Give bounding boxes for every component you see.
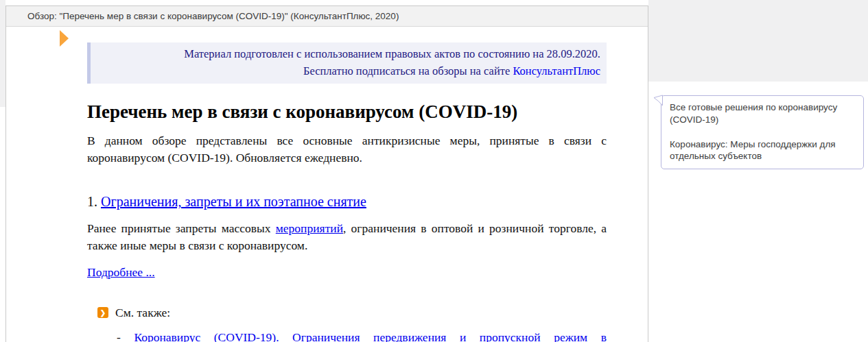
meropriyatiy-link[interactable]: мероприятий: [276, 221, 343, 235]
left-backdrop: [0, 0, 5, 107]
notice-line-2: Бесплатно подписаться на обзоры на сайте…: [91, 63, 600, 80]
window-title: Обзор: "Перечень мер в связи с коронавир…: [27, 11, 399, 21]
current-position-marker-icon: [60, 30, 69, 47]
tooltip-gap: [670, 126, 855, 138]
more-link[interactable]: Подробнее ...: [87, 265, 155, 279]
consultantplus-link[interactable]: КонсультантПлюс: [513, 64, 600, 77]
chevron-glyph: ❯: [100, 309, 106, 317]
section-1-number: 1.: [87, 194, 101, 209]
see-also-item-link[interactable]: Коронавирус (COVID-19). Ограничения пере…: [134, 330, 607, 342]
tooltip-tail-icon: [653, 95, 663, 107]
document-body: Материал подготовлен с использованием пр…: [6, 42, 648, 342]
page: Обзор: "Перечень мер в связи с коронавир…: [0, 0, 868, 342]
see-also-row: ❯ См. также:: [87, 306, 607, 320]
document-window: Обзор: "Перечень мер в связи с коронавир…: [5, 5, 648, 342]
intro-paragraph: В данном обзоре представлены все основны…: [87, 132, 607, 167]
window-titlebar: Обзор: "Перечень мер в связи с коронавир…: [6, 6, 648, 27]
right-backdrop: [648, 0, 868, 82]
more-row: Подробнее ...: [87, 265, 607, 280]
page-title: Перечень мер в связи с коронавирусом (CO…: [87, 101, 607, 123]
related-materials-tooltip: Все готовые решения по коронавирусу (COV…: [661, 95, 864, 169]
bullet-dash: -: [117, 330, 134, 342]
see-also-label: См. также:: [115, 306, 170, 320]
section-1-paragraph: Ранее принятые запреты массовых мероприя…: [87, 220, 607, 254]
notice-box: Материал подготовлен с использованием пр…: [87, 42, 607, 84]
notice-line-2-text: Бесплатно подписаться на обзоры на сайте: [303, 64, 513, 77]
tooltip-item-1[interactable]: Все готовые решения по коронавирусу (COV…: [670, 101, 855, 126]
section-1-link[interactable]: Ограничения, запреты и их поэтапное снят…: [101, 194, 366, 209]
tooltip-item-2[interactable]: Коронавирус: Меры господдержки для отдел…: [670, 138, 855, 163]
see-also-item-row: - Коронавирус (COVID-19). Ограничения пе…: [117, 329, 607, 342]
section-1-text-before: Ранее принятые запреты массовых: [87, 221, 276, 235]
section-1-heading: 1. Ограничения, запреты и их поэтапное с…: [87, 193, 607, 210]
chevron-right-icon: ❯: [97, 307, 108, 318]
notice-line-1: Материал подготовлен с использованием пр…: [91, 46, 600, 63]
